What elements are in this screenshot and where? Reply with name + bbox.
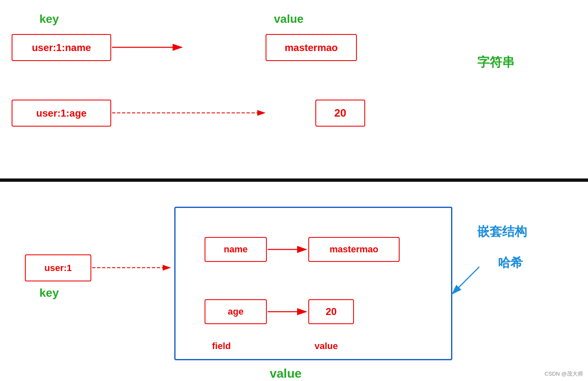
- divider: [0, 178, 588, 182]
- value-box-age: 20: [315, 100, 365, 127]
- bottom-section: user:1 key name mastermao: [0, 182, 588, 381]
- annotation-arrow: [174, 207, 506, 331]
- value-box-name: mastermao: [266, 34, 357, 61]
- watermark: CSDN @茂大师: [544, 370, 583, 378]
- svg-line-11: [452, 267, 479, 294]
- arrow-age: [12, 100, 269, 127]
- arrow-user1: [25, 254, 174, 281]
- value-inner-label: value: [315, 341, 338, 352]
- top-section: key value 字符串 user:1:name mastermao user…: [0, 0, 588, 178]
- field-label: field: [212, 341, 231, 352]
- key-label-bottom: key: [39, 286, 59, 300]
- string-type-label: 字符串: [477, 54, 515, 71]
- key-label-top: key: [39, 12, 59, 26]
- value-label-bottom: value: [270, 366, 302, 381]
- value-label-top: value: [274, 12, 304, 26]
- arrow-name: [12, 34, 186, 61]
